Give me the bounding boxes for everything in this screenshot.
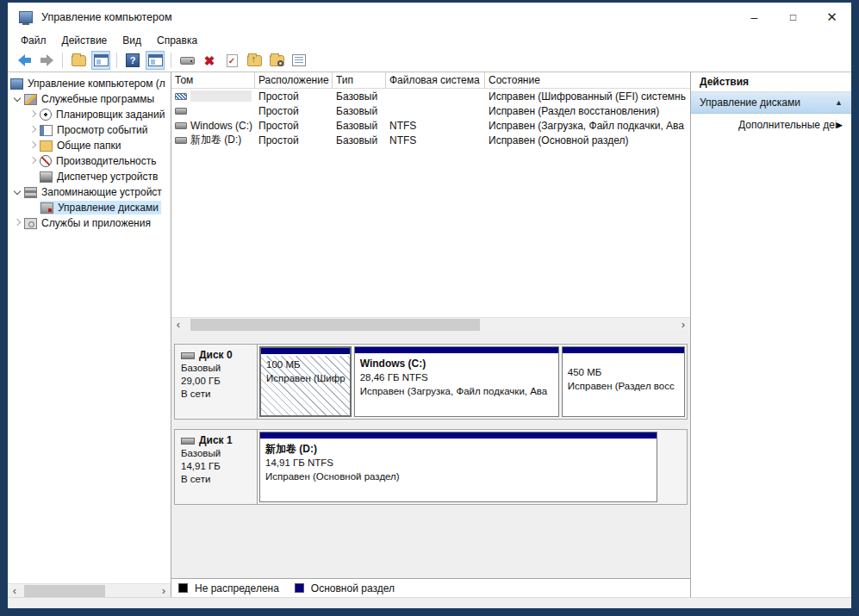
menu-help[interactable]: Справка	[149, 33, 205, 48]
volume-row-efi[interactable]: Простой Базовый Исправен (Шифрованный (E…	[171, 89, 690, 103]
disk-name: Диск 0	[199, 349, 233, 362]
storage-icon	[24, 187, 37, 198]
tree-item-computer-management[interactable]: Управление компьютером (л	[8, 76, 171, 91]
volume-layout: Простой	[255, 120, 333, 132]
delete-volume-button[interactable]: ✖	[200, 51, 219, 70]
scroll-left-icon[interactable]: ‹	[8, 584, 22, 598]
disk-size: 14,91 ГБ	[181, 460, 251, 473]
partition-title: 新加卷 (D:)	[265, 442, 651, 456]
back-button[interactable]	[15, 51, 34, 70]
partition-size: 14,91 ГБ NTFS	[265, 456, 651, 470]
primary-partition-swatch	[295, 583, 304, 593]
partition-status: Исправен (Основной раздел)	[265, 470, 651, 483]
disk-management-view: Том Расположение Тип Файловая система Со…	[171, 72, 691, 597]
chevron-right-icon[interactable]	[25, 108, 40, 121]
actions-group-disk-management[interactable]: Управление дисками ▲	[691, 92, 851, 114]
status-bar	[8, 597, 851, 608]
column-header-type[interactable]: Тип	[333, 72, 386, 88]
disk-1-label[interactable]: Диск 1 Базовый 14,91 ГБ В сети	[175, 430, 258, 504]
disk-0-row: Диск 0 Базовый 29,00 ГБ В сети 100 МБ Ис…	[174, 344, 688, 420]
volume-list-horizontal-scrollbar[interactable]: ‹ ›	[171, 317, 690, 331]
chevron-right-icon[interactable]	[9, 216, 24, 230]
close-button[interactable]: ✕	[812, 3, 851, 31]
disk-0-partitions: 100 МБ Исправен (Шифр Windows (C:) 28,46…	[258, 345, 687, 419]
menu-view[interactable]: Вид	[115, 33, 149, 48]
help-button[interactable]: ?	[123, 51, 142, 70]
partition-size: 28,46 ГБ NTFS	[360, 370, 553, 384]
tree-item-performance[interactable]: Производительность	[8, 153, 171, 169]
menu-file[interactable]: Файл	[13, 33, 54, 48]
task-scheduler-icon	[40, 109, 52, 121]
tree-item-label: Производительность	[56, 155, 156, 167]
tree-item-task-scheduler[interactable]: Планировщик заданий	[8, 107, 171, 122]
tree-item-label: Управление дисками	[58, 202, 159, 214]
export-list-button[interactable]	[69, 51, 88, 70]
volume-row-d[interactable]: 新加卷 (D:) Простой Базовый NTFS Исправен (…	[171, 133, 690, 147]
volume-type: Базовый	[333, 120, 386, 132]
forward-button[interactable]	[37, 51, 56, 70]
explore-button[interactable]	[267, 51, 286, 70]
partition-d[interactable]: 新加卷 (D:) 14,91 ГБ NTFS Исправен (Основно…	[259, 432, 657, 502]
unallocated-label: Не распределена	[195, 582, 279, 594]
chevron-down-icon[interactable]	[9, 185, 24, 199]
scroll-right-icon[interactable]: ›	[157, 584, 171, 598]
tree-item-storage[interactable]: Запоминающие устройст	[8, 184, 171, 200]
title-bar: Управление компьютером – □ ✕	[8, 3, 851, 31]
volume-name-placeholder	[190, 90, 252, 102]
chevron-right-icon[interactable]	[25, 154, 40, 168]
scrollbar-track[interactable]	[185, 318, 676, 332]
open-button[interactable]: ↑	[245, 51, 264, 70]
tree-item-label: Управление компьютером (л	[28, 78, 165, 90]
partition-status: Исправен (Шифр	[266, 371, 345, 385]
collapse-icon[interactable]: ▲	[835, 98, 843, 107]
drive-icon	[180, 57, 195, 65]
scrollbar-thumb[interactable]	[24, 585, 105, 597]
partition-efi[interactable]: 100 МБ Исправен (Шифр	[259, 346, 352, 417]
console-tree-panel: Управление компьютером (л Служебные прог…	[8, 72, 171, 597]
column-header-layout[interactable]: Расположение	[255, 72, 333, 88]
more-actions-label: Дополнительные дей...	[738, 119, 837, 131]
column-header-volume[interactable]: Том	[171, 72, 255, 88]
task-list-icon	[292, 54, 306, 66]
disk-kind: Базовый	[181, 447, 251, 460]
chevron-down-icon[interactable]	[9, 92, 24, 106]
partition-windows-c[interactable]: Windows (C:) 28,46 ГБ NTFS Исправен (Заг…	[354, 346, 559, 417]
rescan-disks-button[interactable]	[177, 51, 196, 70]
tree-item-event-viewer[interactable]: Просмотр событий	[8, 122, 171, 138]
partition-recovery[interactable]: 450 МБ Исправен (Раздел восс	[562, 346, 685, 417]
minimize-button[interactable]: –	[735, 3, 774, 31]
disk-0-label[interactable]: Диск 0 Базовый 29,00 ГБ В сети	[175, 345, 258, 419]
volume-type: Базовый	[333, 90, 386, 103]
column-header-status[interactable]: Состояние	[485, 72, 690, 88]
scrollbar-track[interactable]	[22, 584, 157, 598]
tree-item-services-applications[interactable]: Службы и приложения	[8, 215, 171, 231]
show-action-pane-button[interactable]	[146, 51, 165, 70]
scroll-left-icon[interactable]: ‹	[171, 318, 185, 332]
partition-color-bar	[261, 348, 350, 356]
chevron-right-icon[interactable]	[25, 139, 40, 152]
volume-name: Windows (C:)	[190, 120, 252, 132]
disk-status: В сети	[181, 388, 251, 401]
tree-item-system-tools[interactable]: Служебные программы	[8, 91, 171, 107]
partition-status: Исправен (Раздел восс	[568, 379, 679, 393]
volume-row-recovery[interactable]: Простой Базовый Исправен (Раздел восстан…	[171, 103, 690, 118]
actions-group-label: Управление дисками	[700, 96, 835, 109]
scrollbar-thumb[interactable]	[190, 319, 480, 331]
tree-item-device-manager[interactable]: Диспетчер устройств	[8, 169, 171, 184]
chevron-right-icon[interactable]	[25, 123, 40, 137]
magnifier-icon	[277, 60, 283, 66]
volume-row-windows-c[interactable]: Windows (C:) Простой Базовый NTFS Исправ…	[171, 118, 690, 133]
maximize-button[interactable]: □	[774, 3, 812, 31]
tree-item-shared-folders[interactable]: Общие папки	[8, 138, 171, 153]
tree-horizontal-scrollbar[interactable]: ‹ ›	[8, 583, 171, 597]
forward-arrow-icon	[40, 54, 53, 66]
scroll-right-icon[interactable]: ›	[676, 318, 690, 332]
volume-type: Базовый	[333, 105, 386, 117]
tree-item-disk-management[interactable]: Управление дисками	[8, 200, 171, 215]
menu-action[interactable]: Действие	[54, 33, 115, 48]
actions-more-actions[interactable]: Дополнительные дей... ▶	[691, 114, 851, 136]
show-console-tree-button[interactable]	[91, 51, 110, 70]
properties-button[interactable]: ✓	[222, 51, 241, 70]
column-header-filesystem[interactable]: Файловая система	[386, 72, 485, 88]
tasks-button[interactable]	[289, 51, 308, 70]
